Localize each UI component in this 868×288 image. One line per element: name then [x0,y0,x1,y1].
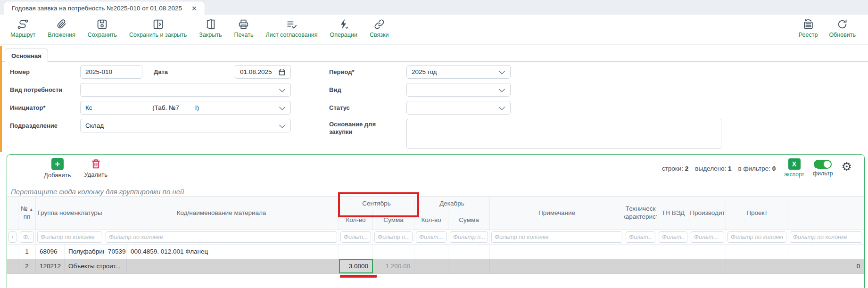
tech-cell[interactable] [624,259,657,273]
table-row[interactable]: 1 68096 Полуфабрикаты 70539 000.4859. 01… [7,245,864,259]
refresh-button[interactable]: Обновить [829,18,856,38]
dec-sum-cell[interactable] [448,259,490,273]
table-row-selected[interactable]: 2 120212 Объекты строит... 3.0000 1 200.… [7,259,864,274]
filter-input-note[interactable] [491,231,622,243]
settings-gear-icon[interactable]: ⚙ [842,161,852,173]
group-by-hint: Перетащите сюда колонку для группировки … [11,188,184,196]
column-header-sep-qty[interactable]: Кол-во [339,211,373,230]
save-button[interactable]: Сохранить [88,18,117,38]
filter-input-group[interactable] [37,231,102,243]
department-select[interactable]: Склад [80,119,291,132]
toggle-knob [824,161,831,168]
filter-input-sep-qty[interactable] [340,231,371,243]
column-header-dec-qty[interactable]: Кол-во [414,211,448,230]
basis-textarea[interactable] [406,119,721,149]
save-and-close-button[interactable]: Сохранить и закрыть [129,18,187,38]
delete-row-button[interactable]: Удалить [84,158,107,179]
filter-input-num[interactable] [20,231,34,243]
filter-toggle-control[interactable]: фильтр [813,158,833,177]
period-select[interactable]: 2025 год [406,65,511,79]
door-icon [205,18,216,30]
column-header-project[interactable]: Проект [726,197,788,230]
print-button[interactable]: Печать [234,18,254,38]
tnved-cell[interactable] [657,245,689,259]
column-group-december[interactable]: Декабрь Кол-во Сумма [414,197,490,230]
filtered-counter: в фильтре: 0 [738,165,776,172]
filter-input-extra[interactable] [790,231,862,243]
registry-button[interactable]: Реестр [799,18,818,38]
producer-cell[interactable] [689,245,726,259]
date-label: Дата [154,68,168,75]
filter-input-sep-sum[interactable] [374,231,413,243]
filter-input-producer[interactable] [691,231,724,243]
close-document-button[interactable]: Закрыть [199,18,222,38]
filter-input-project[interactable] [727,231,786,243]
producer-cell[interactable] [689,259,726,273]
number-field[interactable]: 2025-010 [80,65,142,79]
filter-input-select[interactable] [8,231,17,243]
column-group-september[interactable]: Сентябрь Кол-во Сумма [339,197,414,230]
form-accent-bar [0,46,2,152]
project-cell[interactable] [726,259,788,273]
date-field[interactable]: 01.08.2025 [235,65,291,79]
save-close-icon [152,18,164,30]
row-select-cell[interactable] [7,259,18,273]
filter-input-material[interactable] [106,231,337,243]
extra-cell[interactable]: 0 [788,259,864,273]
tab-osnovnaya[interactable]: Основная [5,49,48,63]
initiator-select[interactable]: Кс (Таб. №7 I) [80,101,291,115]
tnved-cell[interactable] [657,259,689,273]
period-label: Период* [329,68,355,75]
route-button[interactable]: Маршрут [10,18,35,38]
column-header-num[interactable]: № ▲ пп [18,197,36,230]
close-icon[interactable]: ✕ [191,5,197,12]
column-header-extra[interactable] [788,197,864,230]
lightning-icon [338,18,349,30]
december-group-label[interactable]: Декабрь [414,197,489,211]
sort-asc-icon: ▲ [29,207,33,212]
add-row-button[interactable]: + Добавить [44,158,71,179]
approval-sheet-button[interactable]: Лист согласования [265,18,317,38]
dec-qty-cell[interactable] [414,245,448,259]
sep-sum-cell[interactable]: 1 200.00 [373,259,414,273]
sep-qty-cell[interactable] [339,245,373,259]
filter-input-tech[interactable] [626,231,655,243]
column-header-tnved[interactable]: ТН ВЭД [657,197,689,230]
column-header-tech[interactable]: Техническ характерист [624,197,657,230]
dec-sum-cell[interactable] [448,245,490,259]
column-header-material[interactable]: Код/наименование материала [104,197,339,230]
filter-input-dec-sum[interactable] [450,231,488,243]
need-type-select[interactable] [80,83,291,97]
note-cell[interactable] [490,259,624,273]
dec-qty-cell[interactable] [414,259,448,273]
sep-sum-cell[interactable] [373,245,414,259]
toolbar-right-group: Реестр Обновить [799,18,856,38]
sep-qty-cell-active[interactable]: 3.0000 [339,259,373,273]
filter-input-dec-qty[interactable] [416,231,446,243]
column-header-producer[interactable]: Производит [689,197,726,230]
calendar-icon[interactable] [278,68,286,76]
column-header-note[interactable]: Примечание [490,197,624,230]
tech-cell[interactable] [624,245,657,259]
filter-input-tnved[interactable] [659,231,687,243]
initiator-value: Кс (Таб. №7 I) [85,104,199,111]
column-header-select[interactable] [7,197,18,230]
column-header-sep-sum[interactable]: Сумма [373,211,414,230]
attachments-button[interactable]: Вложения [48,18,75,38]
column-header-group[interactable]: Группа номенклатуры [36,197,104,230]
kind-select[interactable] [406,83,511,97]
extra-cell[interactable] [788,245,864,259]
grid-counters: строки: 2 выделено: 1 в фильтре: 0 [662,165,776,172]
document-tab[interactable]: Годовая заявка на потребность №2025-010 … [4,1,205,15]
document-tabbar: Годовая заявка на потребность №2025-010 … [0,0,868,15]
status-select[interactable] [406,101,511,115]
september-group-label[interactable]: Сентябрь [339,197,414,211]
toggle-on-icon[interactable] [814,160,832,169]
note-cell[interactable] [490,245,624,259]
row-select-cell[interactable] [7,245,18,259]
export-excel-button[interactable]: X экспорт [784,158,804,178]
project-cell[interactable] [726,245,788,259]
links-button[interactable]: Связки [370,18,389,38]
operations-button[interactable]: Операции [330,18,357,38]
column-header-dec-sum[interactable]: Сумма [448,211,489,230]
